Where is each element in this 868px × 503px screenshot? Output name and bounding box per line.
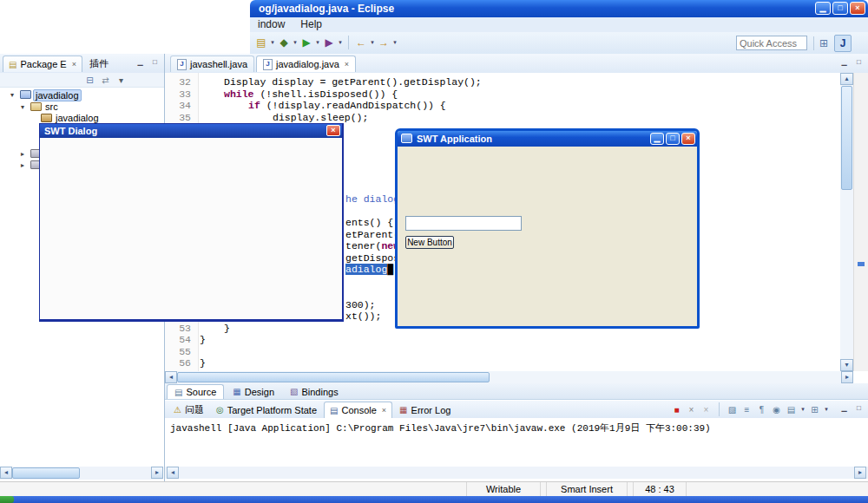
terminate-icon[interactable]: ■ — [670, 403, 683, 415]
start-button[interactable] — [0, 496, 14, 503]
console-output[interactable]: javashell [Java Application] C:\Program … — [165, 418, 868, 467]
java-perspective-icon[interactable]: J — [834, 35, 852, 52]
debug-icon-dropdown[interactable]: ▾ — [292, 39, 299, 46]
tab-plugins[interactable]: 插件 — [84, 56, 114, 72]
tab-target-platform-state[interactable]: ◎Target Platform State — [211, 402, 322, 418]
close-tab-icon[interactable]: × — [382, 406, 386, 415]
close-window-icon[interactable]: × — [850, 2, 865, 15]
external-tools-icon[interactable]: ▶ — [321, 35, 337, 50]
eclipse-titlebar[interactable]: og/javadialog.java - Eclipse ▁ □ × — [250, 0, 868, 17]
minimize-view-icon[interactable]: ▁ — [838, 403, 851, 415]
remove-all-launches-icon[interactable]: × — [700, 403, 713, 415]
scroll-down-icon[interactable]: ▾ — [840, 359, 853, 371]
tab-package-explorer[interactable]: ▤ Package E × — [3, 56, 82, 72]
tree-item-src[interactable]: ▾src — [0, 101, 164, 113]
maximize-view-icon[interactable]: □ — [148, 57, 161, 69]
swt-dialog-titlebar[interactable]: SWT Dialog × — [40, 124, 342, 138]
close-tab-icon[interactable]: × — [345, 60, 349, 69]
tree-expander-icon[interactable]: ▸ — [21, 161, 24, 169]
editor-vscrollbar[interactable]: ▴ ▾ — [840, 73, 853, 371]
text-input[interactable] — [405, 216, 522, 231]
scrollbar-thumb[interactable] — [841, 86, 852, 190]
collapse-all-icon[interactable]: ⊟ — [83, 74, 96, 86]
close-window-icon[interactable]: × — [326, 125, 340, 136]
minimize-window-icon[interactable]: ▁ — [650, 133, 664, 145]
tab-error-log[interactable]: ▦Error Log — [394, 402, 456, 418]
close-tab-icon[interactable]: × — [72, 60, 76, 69]
tab-label: javadialog.java — [276, 59, 339, 69]
open-console-icon[interactable]: ⊞ — [808, 403, 821, 415]
code-line[interactable]: 56} — [165, 357, 840, 369]
minimize-window-icon[interactable]: ▁ — [815, 2, 831, 15]
scroll-left-icon[interactable]: ◂ — [167, 467, 179, 479]
scroll-left-icon[interactable]: ◂ — [0, 467, 12, 479]
console-hscrollbar[interactable]: ◂ ▸ — [165, 467, 868, 479]
tree-expander-icon[interactable]: ▸ — [21, 150, 24, 158]
forward-icon[interactable]: → — [376, 35, 391, 50]
code-line[interactable]: 54} — [165, 334, 840, 346]
swt-application-window[interactable]: SWT Application ▁ □ × New Button — [395, 128, 700, 329]
scroll-left-icon[interactable]: ◂ — [165, 371, 177, 383]
tab-console[interactable]: ▤Console× — [324, 402, 392, 418]
occurrence-marker[interactable] — [858, 262, 865, 266]
scroll-right-icon[interactable]: ▸ — [841, 371, 853, 383]
package-explorer-hscrollbar[interactable]: ◂ ▸ — [0, 467, 163, 480]
tab-javadialog[interactable]: J javadialog.java × — [256, 56, 356, 72]
maximize-view-icon[interactable]: □ — [852, 403, 865, 415]
close-window-icon[interactable]: × — [681, 133, 695, 145]
debug-icon[interactable]: ◆ — [276, 35, 292, 50]
scroll-right-icon[interactable]: ▸ — [854, 467, 866, 479]
remove-launch-icon[interactable]: × — [685, 403, 698, 415]
code-line[interactable]: 33while (!shell.isDisposed()) { — [165, 88, 840, 101]
open-console-icon-dropdown[interactable]: ▾ — [823, 406, 830, 413]
code-line[interactable]: 35display.sleep(); — [165, 112, 840, 124]
code-line[interactable]: 32Display display = getParent().getDispl… — [165, 76, 840, 88]
tree-item-javadialog[interactable]: ▾javadialog — [0, 89, 164, 101]
forward-icon-dropdown[interactable]: ▾ — [391, 39, 398, 46]
back-icon[interactable]: ← — [353, 35, 369, 50]
clear-console-icon[interactable]: ▨ — [726, 403, 739, 415]
tab-javashell[interactable]: J javashell.java — [170, 56, 254, 72]
scroll-lock-icon[interactable]: ≡ — [740, 403, 753, 415]
run-icon-dropdown[interactable]: ▾ — [314, 39, 321, 46]
tab-source[interactable]: ▤Source — [167, 384, 224, 399]
back-icon-dropdown[interactable]: ▾ — [369, 39, 376, 46]
open-perspective-icon[interactable]: ⊞ — [816, 36, 832, 51]
taskbar[interactable] — [0, 496, 868, 503]
scrollbar-thumb[interactable] — [12, 467, 80, 479]
menu-item-indow[interactable]: indow — [250, 17, 293, 32]
new-wizard-icon[interactable]: ▤ — [253, 35, 269, 50]
tab-bindings[interactable]: ▧Bindings — [283, 384, 345, 399]
maximize-window-icon[interactable]: □ — [666, 133, 680, 145]
pin-console-icon[interactable]: ◉ — [770, 403, 783, 415]
scroll-up-icon[interactable]: ▴ — [840, 73, 853, 85]
run-icon[interactable]: ▶ — [299, 35, 314, 50]
tree-expander-icon[interactable]: ▾ — [21, 103, 24, 111]
code-line[interactable]: 34if (!display.readAndDispatch()) { — [165, 100, 840, 112]
menu-item-help[interactable]: Help — [293, 17, 330, 32]
maximize-window-icon[interactable]: □ — [832, 2, 848, 15]
minimize-view-icon[interactable]: ▁ — [134, 57, 147, 69]
swt-application-titlebar[interactable]: SWT Application ▁ □ × — [398, 131, 697, 147]
new-wizard-icon-dropdown[interactable]: ▾ — [269, 39, 276, 46]
overview-ruler[interactable] — [853, 73, 868, 371]
display-selected-console-icon[interactable]: ▤ — [785, 403, 798, 415]
link-with-editor-icon[interactable]: ⇄ — [99, 74, 112, 86]
display-selected-console-icon-dropdown[interactable]: ▾ — [799, 406, 806, 413]
minimize-view-icon[interactable]: ▁ — [838, 57, 851, 69]
swt-dialog-window[interactable]: SWT Dialog × — [39, 123, 344, 322]
editor-hscrollbar[interactable]: ◂ ▸ — [165, 371, 853, 383]
scrollbar-thumb[interactable] — [177, 372, 490, 382]
maximize-view-icon[interactable]: □ — [852, 57, 865, 69]
tree-expander-icon[interactable]: ▾ — [10, 91, 14, 99]
application-icon — [401, 134, 412, 143]
new-button[interactable]: New Button — [405, 236, 454, 249]
code-line[interactable]: 55 — [165, 346, 840, 358]
word-wrap-icon[interactable]: ¶ — [755, 403, 768, 415]
scroll-right-icon[interactable]: ▸ — [151, 467, 163, 479]
external-tools-icon-dropdown[interactable]: ▾ — [337, 39, 344, 46]
view-menu-icon[interactable]: ▾ — [115, 74, 128, 86]
quick-access-input[interactable] — [736, 36, 807, 50]
tab-design[interactable]: ▦Design — [226, 384, 281, 399]
tab-问题[interactable]: ⚠问题 — [168, 402, 209, 418]
